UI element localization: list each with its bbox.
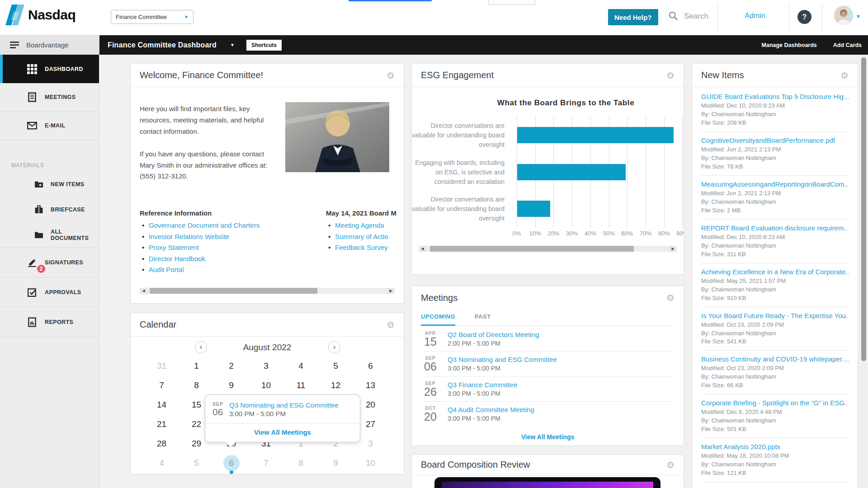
help-button[interactable]: ? [797, 10, 811, 24]
scrollbar-thumb[interactable] [430, 246, 634, 252]
scrollbar-thumb[interactable] [150, 288, 317, 294]
reference-link[interactable]: Proxy Statement [149, 244, 199, 251]
calendar-day[interactable]: 31 [144, 356, 179, 375]
need-help-button[interactable]: Need Help? [608, 9, 658, 25]
tooltip-meeting-link[interactable]: Q3 Nominating and ESG Committee [229, 401, 339, 409]
nasdaq-logo[interactable]: Nasdaq [5, 5, 75, 25]
briefcase-icon [34, 205, 43, 214]
file-name-link[interactable]: Corporate Briefing - Spotlight on the “G… [701, 399, 849, 407]
file-size: File Size: 121 KB [701, 469, 849, 478]
scroll-right-icon[interactable]: ▶ [669, 246, 677, 252]
reference-link[interactable]: Investor Relations Website [149, 233, 229, 240]
view-all-meetings-link[interactable]: View All Meetings [412, 433, 684, 441]
meeting-title-link[interactable]: Q3 Finance Committee [448, 381, 517, 389]
calendar-day[interactable]: 14 [144, 395, 179, 414]
calendar-day[interactable]: 8 [179, 375, 214, 395]
admin-link[interactable]: Admin [736, 12, 774, 20]
scrollbar-track[interactable] [426, 246, 669, 252]
calendar-day[interactable]: 3 [249, 356, 283, 375]
file-name-link[interactable]: CognitiveDiversityandBoardPerformance.pd… [701, 136, 849, 144]
sidebar-item-briefcase[interactable]: BRIEFCASE [0, 197, 99, 222]
sidebar-item-new-items[interactable]: NEW ITEMS [0, 172, 99, 197]
calendar-day[interactable]: 5 [318, 356, 353, 375]
meeting-link[interactable]: Meeting Agenda [335, 221, 384, 229]
calendar-day[interactable]: 4 [144, 453, 179, 473]
page-scrollbar[interactable] [860, 55, 867, 488]
calendar-next-icon[interactable]: › [328, 341, 340, 353]
sidebar-item-reports[interactable]: REPORTS [0, 307, 99, 337]
committee-selector[interactable]: Finance Committee ▼ [111, 10, 193, 24]
reference-link[interactable]: Governance Document and Charters [149, 221, 259, 229]
calendar-day[interactable]: 10 [249, 375, 283, 395]
calendar-day[interactable]: 4 [283, 356, 318, 375]
sidebar-item-all-documents[interactable]: ALL DOCUMENTS [0, 222, 99, 248]
scroll-right-icon[interactable]: ▶ [387, 288, 395, 294]
sidebar-item-dashboard[interactable]: DASHBOARD [0, 55, 99, 83]
add-cards-link[interactable]: Add Cards [833, 42, 862, 48]
meeting-list-item[interactable]: SEP 06 Q3 Nominating and ESG Committee 3… [421, 352, 675, 376]
file-name-link[interactable]: Is Your Board Future Ready - The Experti… [701, 312, 849, 319]
tab-upcoming[interactable]: UPCOMING [421, 313, 455, 326]
calendar-day[interactable]: 7 [249, 453, 283, 473]
sidebar-item-meetings[interactable]: MEETINGS [0, 83, 99, 112]
dashboard-title[interactable]: Finance Committee Dashboard [108, 41, 217, 49]
gear-icon[interactable]: ⚙ [666, 460, 675, 469]
file-name-link[interactable]: REPORT Board Evaluation disclosure requi… [701, 224, 849, 232]
scrollbar-track[interactable] [147, 288, 387, 294]
scroll-left-icon[interactable]: ◀ [419, 246, 426, 252]
shortcuts-button[interactable]: Shortcuts [246, 40, 282, 51]
menu-icon[interactable] [10, 40, 19, 50]
meeting-title-link[interactable]: Q2 Board of Directors Meeting [448, 331, 539, 338]
meeting-list-item[interactable]: APR 15 Q2 Board of Directors Meeting 2:0… [421, 327, 675, 352]
scroll-left-icon[interactable]: ◀ [140, 288, 147, 294]
file-name-link[interactable]: Business Continuity and COVID-19 whitepa… [701, 355, 849, 363]
meeting-title-link[interactable]: Q4 Audit Committee Meeting [448, 406, 534, 413]
calendar-day[interactable]: 2 [214, 356, 249, 375]
meeting-link[interactable]: Summary of Actio [335, 233, 388, 240]
calendar-day[interactable]: 21 [144, 414, 179, 434]
calendar-day[interactable]: 5 [179, 453, 214, 473]
search-input[interactable]: Search [668, 11, 708, 21]
gear-icon[interactable]: ⚙ [666, 71, 675, 80]
manage-dashboards-link[interactable]: Manage Dashboards [762, 42, 817, 48]
sidebar-item-email[interactable]: E-MAIL [0, 112, 99, 140]
file-name-link[interactable]: Achieving Excellence in a New Era of Cor… [701, 268, 849, 276]
calendar-day[interactable]: 9 [318, 453, 353, 473]
meeting-link[interactable]: Feedback Survey [335, 244, 388, 251]
meetings-tabs: UPCOMING PAST [421, 312, 675, 326]
file-name-link[interactable]: GUIDE Board Evaluations Top 5 Disclosure… [701, 93, 849, 100]
meeting-title-link[interactable]: Q3 Nominating and ESG Committee [448, 356, 557, 363]
reference-link[interactable]: Audit Portal [149, 266, 184, 273]
bar-chart: What the Board Brings to the Table Direc… [412, 87, 684, 274]
calendar-day[interactable]: 7 [144, 375, 179, 395]
calendar-day[interactable]: 28 [144, 434, 179, 453]
calendar-day[interactable]: 1 [179, 356, 214, 375]
file-name-link[interactable]: MeasuringAssessingandReportingonBoardCom… [701, 180, 849, 188]
reference-link[interactable]: Director Handbook [149, 255, 205, 263]
calendar-day[interactable]: 11 [283, 375, 318, 395]
meeting-day: 20 [421, 411, 440, 422]
gear-icon[interactable]: ⚙ [840, 71, 849, 80]
gear-icon[interactable]: ⚙ [387, 320, 395, 329]
meeting-list-item[interactable]: SEP 26 Q3 Finance Committee 3:00 PM - 5:… [421, 377, 675, 402]
sidebar-item-approvals[interactable]: APPROVALS [0, 277, 99, 307]
tab-past[interactable]: PAST [475, 313, 491, 324]
chart-title: What the Board Brings to the Table [453, 99, 679, 108]
scrollbar-thumb[interactable] [861, 57, 866, 361]
calendar-day[interactable]: 6 [353, 356, 388, 375]
user-avatar[interactable] [834, 6, 853, 25]
file-name-link[interactable]: Market Analysis 2020.pptx [701, 443, 849, 450]
gear-icon[interactable]: ⚙ [666, 293, 675, 302]
sidebar-item-signatures[interactable]: SIGNATURES 2 [0, 248, 99, 277]
chart-row: Engaging with boards, including on ESG, … [412, 164, 684, 180]
calendar-day[interactable]: 10 [353, 453, 388, 473]
calendar-day[interactable]: 8 [283, 453, 318, 473]
dashboard-title-chevron-icon[interactable]: ▼ [230, 42, 235, 47]
calendar-day[interactable]: 13 [353, 375, 388, 395]
avatar-dropdown-icon[interactable]: ▼ [856, 14, 861, 19]
meeting-list-item[interactable]: OCT 20 Q4 Audit Committee Meeting 3:00 P… [421, 402, 675, 426]
calendar-day[interactable]: 12 [318, 375, 353, 395]
gear-icon[interactable]: ⚙ [387, 71, 395, 80]
calendar-day[interactable]: 9 [214, 375, 249, 395]
calendar-day[interactable]: 6 [214, 453, 249, 473]
